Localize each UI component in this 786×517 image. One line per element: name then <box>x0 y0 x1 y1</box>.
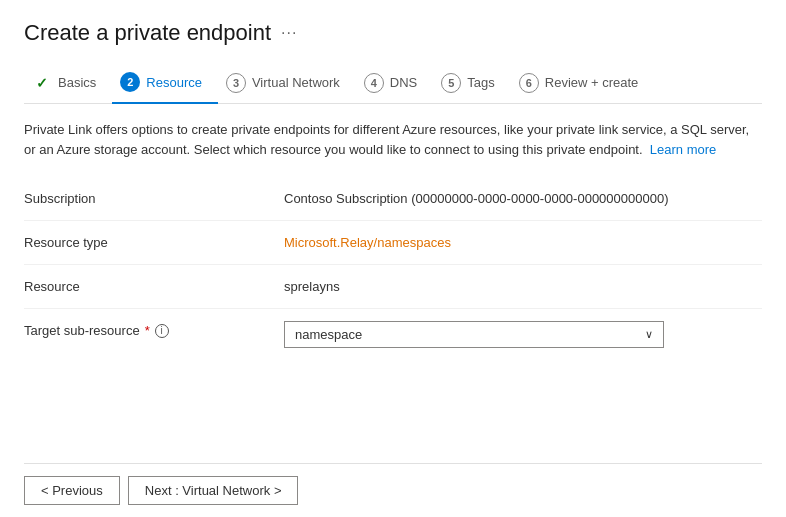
form-value-resource-type: Microsoft.Relay/namespaces <box>284 233 762 250</box>
form-row-resource: Resourcesprelayns <box>24 265 762 309</box>
label-text-target-sub-resource: Target sub-resource <box>24 323 140 338</box>
wizard-step-basics[interactable]: ✓Basics <box>24 65 112 103</box>
form-label-resource: Resource <box>24 277 284 294</box>
step-circle-virtual-network: 3 <box>226 73 246 93</box>
step-label-virtual-network: Virtual Network <box>252 75 340 90</box>
next-virtual-network-button[interactable]: Next : Virtual Network > <box>128 476 299 505</box>
dropdown-value-target-sub-resource: namespace <box>295 327 362 342</box>
wizard-step-resource[interactable]: 2Resource <box>112 64 218 104</box>
page-title: Create a private endpoint <box>24 20 271 46</box>
step-circle-resource: 2 <box>120 72 140 92</box>
wizard-nav: ✓Basics2Resource3Virtual Network4DNS5Tag… <box>24 64 762 104</box>
label-text-resource: Resource <box>24 279 80 294</box>
step-label-dns: DNS <box>390 75 417 90</box>
form-label-resource-type: Resource type <box>24 233 284 250</box>
form-row-resource-type: Resource typeMicrosoft.Relay/namespaces <box>24 221 762 265</box>
step-label-basics: Basics <box>58 75 96 90</box>
wizard-step-dns[interactable]: 4DNS <box>356 65 433 103</box>
wizard-step-review-create[interactable]: 6Review + create <box>511 65 655 103</box>
wizard-step-tags[interactable]: 5Tags <box>433 65 510 103</box>
required-indicator: * <box>145 323 150 338</box>
form-value-resource: sprelayns <box>284 277 762 294</box>
form-label-target-sub-resource: Target sub-resource *i <box>24 321 284 338</box>
wizard-step-virtual-network[interactable]: 3Virtual Network <box>218 65 356 103</box>
step-circle-basics: ✓ <box>32 73 52 93</box>
footer: < Previous Next : Virtual Network > <box>24 463 762 517</box>
step-label-tags: Tags <box>467 75 494 90</box>
step-circle-review-create: 6 <box>519 73 539 93</box>
previous-button[interactable]: < Previous <box>24 476 120 505</box>
step-circle-dns: 4 <box>364 73 384 93</box>
label-text-resource-type: Resource type <box>24 235 108 250</box>
dropdown-target-sub-resource[interactable]: namespace∨ <box>284 321 664 348</box>
ellipsis-menu-button[interactable]: ··· <box>281 24 297 42</box>
form-row-target-sub-resource: Target sub-resource *inamespace∨ <box>24 309 762 360</box>
resource-form: SubscriptionContoso Subscription (000000… <box>24 177 762 463</box>
step-circle-tags: 5 <box>441 73 461 93</box>
step-label-resource: Resource <box>146 75 202 90</box>
info-icon-target-sub-resource[interactable]: i <box>155 324 169 338</box>
form-label-subscription: Subscription <box>24 189 284 206</box>
step-label-review-create: Review + create <box>545 75 639 90</box>
form-value-subscription: Contoso Subscription (00000000-0000-0000… <box>284 189 762 206</box>
form-row-subscription: SubscriptionContoso Subscription (000000… <box>24 177 762 221</box>
chevron-down-icon: ∨ <box>645 328 653 341</box>
label-text-subscription: Subscription <box>24 191 96 206</box>
description-text: Private Link offers options to create pr… <box>24 120 762 159</box>
learn-more-link[interactable]: Learn more <box>650 142 716 157</box>
